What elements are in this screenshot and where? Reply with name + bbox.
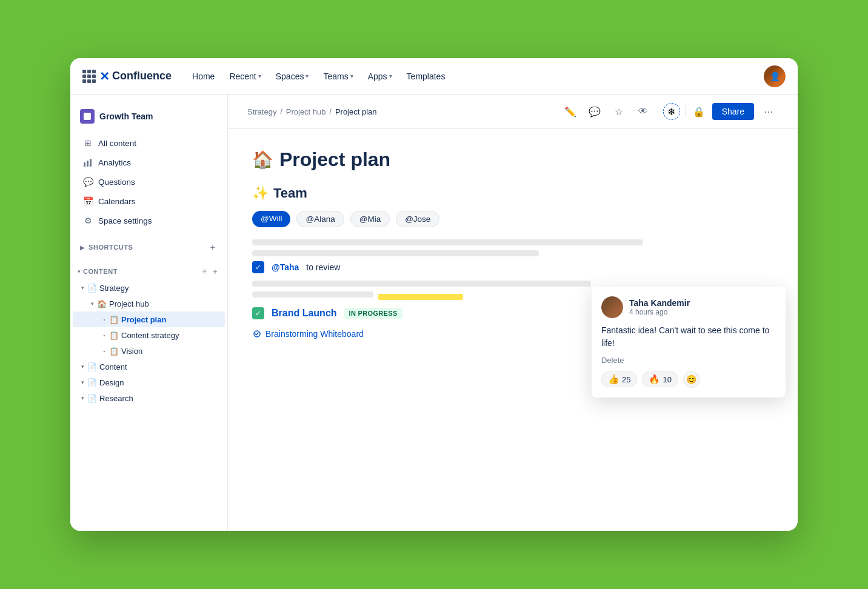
sidebar: Growth Team ⊞ All content Analytics 💬: [70, 95, 228, 531]
placeholder-line-4: [252, 291, 373, 298]
svg-rect-1: [87, 161, 88, 167]
content-label: CONTENT: [83, 268, 118, 275]
shortcuts-toggle[interactable]: ▶ SHORTCUTS: [80, 244, 133, 251]
star-icon[interactable]: ☆: [609, 102, 629, 121]
reaction-thumbsup[interactable]: 👍 25: [601, 371, 637, 387]
shortcuts-header: ▶ SHORTCUTS +: [73, 238, 225, 257]
svg-rect-0: [84, 162, 85, 167]
breadcrumb-sep-1: /: [280, 107, 282, 116]
tree-item-strategy[interactable]: ▾ 📄 Strategy: [73, 280, 225, 296]
tree-item-content[interactable]: ▾ 📄 Content: [73, 359, 225, 374]
fire-emoji: 🔥: [649, 374, 660, 385]
grid-icon[interactable]: [82, 70, 96, 83]
shortcuts-label: SHORTCUTS: [88, 244, 133, 251]
recent-chevron-icon: ▾: [258, 73, 261, 79]
team-heading-emoji: ✨: [252, 185, 269, 201]
sidebar-item-space-settings[interactable]: ⚙ Space settings: [73, 211, 225, 230]
confluence-logo[interactable]: ✕ Confluence: [99, 69, 172, 84]
comment-meta: Taha Kandemir 4 hours ago: [629, 298, 690, 316]
team-heading-text: Team: [273, 185, 307, 201]
user-avatar[interactable]: 👤: [764, 65, 786, 87]
share-button[interactable]: Share: [712, 103, 754, 120]
spaces-chevron-icon: ▾: [305, 73, 309, 79]
vision-dot-icon: •: [99, 346, 109, 356]
sidebar-item-calendars[interactable]: 📅 Calendars: [73, 191, 225, 211]
breadcrumb: Strategy / Project hub / Project plan: [247, 107, 377, 116]
confluence-small-icon: [252, 329, 262, 339]
app-logo: ✕ Confluence: [82, 69, 172, 84]
content-strategy-dot-icon: •: [99, 330, 109, 340]
comment-popup: Taha Kandemir 4 hours ago Fantastic idea…: [592, 287, 786, 398]
sidebar-item-analytics[interactable]: Analytics: [73, 153, 225, 172]
team-tag-alana[interactable]: @Alana: [296, 211, 344, 227]
confluence-name: Confluence: [112, 70, 172, 82]
tree-item-project-plan[interactable]: • 📋 Project plan: [73, 311, 225, 327]
settings-icon: ⚙: [82, 215, 93, 226]
breadcrumb-strategy[interactable]: Strategy: [247, 107, 276, 116]
thumbsup-emoji: 👍: [608, 374, 619, 385]
tree-item-design[interactable]: ▾ 📄 Design: [73, 374, 225, 390]
fire-count: 10: [663, 375, 671, 384]
shortcuts-add-icon[interactable]: +: [208, 241, 218, 253]
main-layout: Growth Team ⊞ All content Analytics 💬: [70, 95, 798, 531]
research-chevron-icon: ▾: [78, 393, 87, 403]
comment-delete-button[interactable]: Delete: [601, 356, 776, 365]
sidebar-item-questions[interactable]: 💬 Questions: [73, 172, 225, 191]
brainstorm-link-text: Brainstorming Whiteboard: [265, 329, 364, 339]
breadcrumb-project-hub[interactable]: Project hub: [286, 107, 326, 116]
project-plan-dot-icon: •: [99, 314, 109, 324]
brand-launch-title: Brand Launch: [272, 308, 337, 319]
space-header[interactable]: Growth Team: [70, 104, 227, 128]
action-divider: [658, 105, 658, 118]
content-section: ▾ CONTENT ≡ + ▾ 📄 Strategy ▾: [70, 264, 227, 406]
team-tag-jose[interactable]: @Jose: [396, 211, 439, 227]
shortcuts-chevron-icon: ▶: [80, 244, 85, 251]
reaction-add-button[interactable]: 😊: [683, 371, 700, 388]
content-add-icon[interactable]: +: [210, 265, 220, 278]
breadcrumb-sep-2: /: [330, 107, 332, 116]
comment-author: Taha Kandemir: [629, 298, 690, 308]
tree-item-content-strategy[interactable]: • 📋 Content strategy: [73, 327, 225, 343]
nav-right: 👤: [764, 65, 786, 87]
nav-teams[interactable]: Teams ▾: [317, 68, 359, 85]
teams-chevron-icon: ▾: [350, 73, 353, 79]
tree-item-vision[interactable]: • 📋 Vision: [73, 343, 225, 359]
filter-icon[interactable]: ≡: [202, 267, 207, 276]
page-title: 🏠 Project plan: [252, 148, 773, 171]
lock-icon[interactable]: 🔒: [690, 103, 707, 120]
nav-recent[interactable]: Recent ▾: [223, 68, 267, 85]
team-tag-will[interactable]: @Will: [252, 211, 290, 227]
comment-icon[interactable]: 💬: [585, 102, 604, 121]
task-mention[interactable]: @Taha: [272, 262, 299, 272]
content-header: ▾ CONTENT ≡ +: [70, 264, 227, 279]
team-tags: @Will @Alana @Mia @Jose: [252, 211, 773, 227]
content-chevron-icon2: ▾: [78, 362, 87, 371]
nav-home[interactable]: Home: [186, 68, 221, 85]
project-plan-icon: 📋: [109, 314, 119, 324]
placeholder-line-2: [252, 250, 539, 256]
content-toggle[interactable]: ▾ CONTENT: [78, 268, 118, 275]
nav-templates[interactable]: Templates: [401, 68, 452, 85]
brand-launch-checkbox[interactable]: ✓: [252, 307, 264, 319]
tree-item-project-hub[interactable]: ▾ 🏠 Project hub: [73, 296, 225, 311]
team-tag-mia[interactable]: @Mia: [350, 211, 390, 227]
more-options-icon[interactable]: ···: [759, 102, 778, 121]
task-text: to review: [306, 262, 340, 272]
snowflake-icon[interactable]: ❄: [663, 103, 680, 120]
task-row-taha: ✓ @Taha to review: [252, 261, 773, 273]
sidebar-item-all-content[interactable]: ⊞ All content: [73, 133, 225, 153]
highlight-bar: [378, 294, 463, 300]
space-name: Growth Team: [99, 111, 153, 121]
reaction-fire[interactable]: 🔥 10: [642, 371, 678, 387]
breadcrumb-actions: ✏️ 💬 ☆ 👁 ❄ 🔒 Share ···: [561, 102, 778, 121]
task-checkbox[interactable]: ✓: [252, 261, 264, 273]
space-icon: [80, 109, 95, 124]
nav-spaces[interactable]: Spaces ▾: [270, 68, 315, 85]
tree-item-research[interactable]: ▾ 📄 Research: [73, 390, 225, 406]
content-chevron-icon: ▾: [78, 268, 81, 275]
analytics-icon: [82, 157, 93, 168]
edit-icon[interactable]: ✏️: [561, 102, 580, 121]
commenter-avatar: [601, 296, 623, 318]
view-icon[interactable]: 👁: [633, 102, 653, 121]
nav-apps[interactable]: Apps ▾: [362, 68, 398, 85]
